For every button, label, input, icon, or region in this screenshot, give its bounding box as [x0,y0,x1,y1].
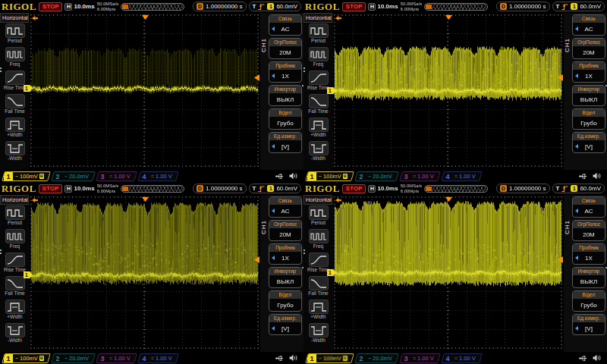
waveform-memory-bar[interactable] [424,185,488,193]
measure-item-period[interactable]: Period [304,23,333,46]
menu-item-bandwidth-limit[interactable]: ОгрПолос 20M [572,220,605,241]
run-state-badge[interactable]: STOP [39,2,63,11]
measure-item-plus-width[interactable]: +Width [304,117,333,140]
timebase-value: 10.0ms [377,185,398,192]
horizontal-offset-group[interactable]: D 1.00000000 s [496,184,550,193]
menu-item-probe[interactable]: Пробник 1X [572,243,605,265]
h-key-icon: H [368,185,376,193]
measure-item-period[interactable]: Period [0,205,30,228]
channel3-tab[interactable]: 3 = 1.00 V [96,171,137,181]
horizontal-scale-group[interactable]: H 10.0ms [368,185,398,193]
run-state-badge[interactable]: STOP [39,184,63,193]
trigger-info-group[interactable]: T 1 60.0mV [552,184,605,193]
menu-item-volts-div[interactable]: В/дел Грубо [269,290,302,312]
menu-item-volts-div[interactable]: В/дел Грубо [572,290,605,312]
channel1-tab[interactable]: 1 ~ 100mV B [2,353,51,363]
channel2-tab[interactable]: 2 ~ 20.0mV [51,171,96,181]
channel4-tab[interactable]: 4 = 1.00 V [137,171,179,181]
measure-item-period[interactable]: Period [304,205,333,228]
measure-item-fall-time[interactable]: Fall Time [304,93,333,117]
channel2-tab[interactable]: 2 ~ 20.0mV [354,171,399,181]
memory-window-cursor[interactable] [426,187,432,191]
menu-item-unit[interactable]: Ед.измер. [V] [269,314,302,335]
menu-item-unit[interactable]: Ед.измер. [V] [572,132,605,153]
horizontal-scale-group[interactable]: H 10.0ms [64,3,94,11]
rigol-logo: RIGOL [2,2,36,11]
waveform-memory-bar[interactable] [424,3,488,11]
measure-item-minus-width[interactable]: -Width [0,322,30,346]
trigger-info-group[interactable]: T 1 60.0mV [552,2,605,11]
measure-item-plus-width[interactable]: +Width [0,299,30,322]
waveform-memory-bar[interactable] [121,185,184,193]
trigger-source-badge: 1 [267,3,274,10]
speaker-icon[interactable] [593,172,601,180]
channel-status-bar: 1 ~ 100mV B 2 ~ 20.0mV 3 = 1.00 V [0,352,304,364]
horizontal-scale-group[interactable]: H 10.0ms [64,185,94,193]
menu-item-probe[interactable]: Пробник 1X [269,243,302,265]
measure-item-period[interactable]: Period [0,23,30,46]
channel4-tab[interactable]: 4 = 1.00 V [441,353,483,363]
menu-item-invert[interactable]: Инвертир ВЫКЛ [572,85,605,106]
measure-menu-title: Horizontal [304,13,332,23]
measure-item-freq[interactable]: Freq [0,228,30,252]
rigol-logo: RIGOL [305,2,340,11]
menu-item-bandwidth-limit[interactable]: ОгрПолос 20M [269,220,302,241]
speaker-icon[interactable] [593,354,601,362]
menu-item-unit[interactable]: Ед.измер. [V] [269,132,302,153]
channel3-tab[interactable]: 3 = 1.00 V [399,171,441,181]
channel-menu-title: CH1 [564,19,571,52]
measure-item-plus-width[interactable]: +Width [304,299,333,322]
horizontal-offset-group[interactable]: D 1.00000000 s [193,184,247,193]
menu-item-volts-div[interactable]: В/дел Грубо [269,108,302,130]
measure-item-freq[interactable]: Freq [304,228,333,252]
menu-item-probe[interactable]: Пробник 1X [572,61,605,83]
menu-item-volts-div[interactable]: В/дел Грубо [572,108,605,130]
channel3-tab[interactable]: 3 = 1.00 V [96,353,137,363]
memory-window-cursor[interactable] [426,5,432,9]
coupling-dc-icon: = [454,174,458,179]
sample-rate: 50.0MSa/s [97,184,119,189]
measure-item-minus-width[interactable]: -Width [0,140,30,164]
trigger-info-group[interactable]: T 1 60.0mV [249,2,301,11]
channel2-tab[interactable]: 2 ~ 20.0mV [354,353,399,363]
measure-item-minus-width[interactable]: -Width [304,140,333,164]
run-state-badge[interactable]: STOP [342,2,366,11]
menu-item-invert[interactable]: Инвертир ВЫКЛ [269,85,302,106]
menu-item-probe[interactable]: Пробник 1X [269,61,302,83]
menu-item-coupling[interactable]: Связь AC [269,196,302,218]
memory-window-cursor[interactable] [122,187,128,191]
channel2-tab[interactable]: 2 ~ 20.0mV [51,353,96,363]
menu-item-bandwidth-limit[interactable]: ОгрПолос 20M [572,38,605,59]
measure-item-fall-time[interactable]: Fall Time [0,275,30,299]
channel3-scale: 1.00 V [417,173,434,180]
channel4-tab[interactable]: 4 = 1.00 V [137,353,179,363]
horizontal-offset-group[interactable]: D 1.00000000 s [193,2,247,11]
channel4-tab[interactable]: 4 = 1.00 V [441,171,483,181]
menu-item-invert[interactable]: Инвертир ВЫКЛ [572,267,605,288]
memory-window-cursor[interactable] [122,5,128,9]
menu-item-unit[interactable]: Ед.измер. [V] [572,314,605,335]
measure-item-plus-width[interactable]: +Width [0,117,30,140]
measure-item-fall-time[interactable]: Fall Time [0,93,30,117]
run-state-badge[interactable]: STOP [342,184,366,193]
channel3-tab[interactable]: 3 = 1.00 V [399,353,441,363]
trigger-info-group[interactable]: T 1 60.0mV [249,184,301,193]
horizontal-scale-group[interactable]: H 10.0ms [368,3,398,11]
measure-item-fall-time[interactable]: Fall Time [304,275,333,299]
speaker-icon[interactable] [289,172,297,180]
channel1-tab[interactable]: 1 ~ 100mV B [305,353,354,363]
menu-item-invert[interactable]: Инвертир ВЫКЛ [269,267,302,288]
horizontal-offset-group[interactable]: D 1.00000000 s [496,2,550,11]
status-bar: RIGOL STOP H 10.0ms 50.0MSa/s 6.00Mpts D… [304,182,607,195]
speaker-icon[interactable] [289,354,297,362]
measure-item-freq[interactable]: Freq [304,46,333,70]
measure-item-freq[interactable]: Freq [0,46,30,70]
menu-item-coupling[interactable]: Связь AC [572,14,605,36]
channel1-tab[interactable]: 1 ~ 100mV B [2,171,51,181]
menu-item-coupling[interactable]: Связь AC [572,196,605,218]
measure-item-minus-width[interactable]: -Width [304,322,333,346]
menu-item-bandwidth-limit[interactable]: ОгрПолос 20M [269,38,302,59]
waveform-memory-bar[interactable] [121,3,184,11]
menu-item-coupling[interactable]: Связь AC [269,14,302,36]
channel1-tab[interactable]: 1 ~ 100mV B [305,171,354,181]
